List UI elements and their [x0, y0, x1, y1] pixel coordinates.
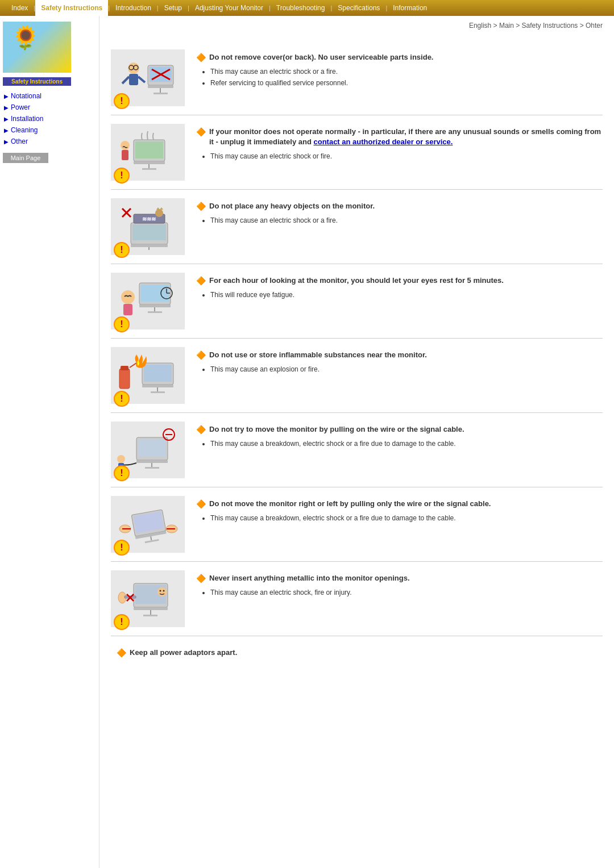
instruction-image-4: !: [111, 273, 185, 329]
instruction-bullets-6: This may cause a breakdown, electric sho…: [210, 439, 603, 449]
instruction-image-1: !: [111, 49, 185, 106]
sidebar-logo: 🌻: [3, 22, 71, 73]
svg-rect-16: [134, 161, 165, 164]
instruction-section-2: ! 🔶 If your monitor does not operate nor…: [111, 115, 603, 190]
nav-item-info[interactable]: Information: [387, 0, 433, 16]
svg-rect-47: [119, 369, 130, 389]
svg-rect-2: [148, 85, 173, 88]
sidebar-logo-label: Safety Instructions: [3, 77, 71, 86]
main-layout: 🌻 Safety Instructions ▶ Notational ▶ Pow…: [0, 16, 614, 868]
instruction-title-5: 🔶 Do not use or store inflammable substa…: [196, 350, 603, 360]
svg-line-49: [130, 363, 136, 368]
svg-point-78: [163, 590, 165, 591]
nav-item-safety[interactable]: Safety Instructions: [35, 0, 108, 16]
instruction-title-6: 🔶 Do not try to move the monitor by pull…: [196, 424, 603, 435]
nav-item-setup[interactable]: Setup: [159, 0, 188, 16]
instruction-image-5: !: [111, 347, 185, 404]
instruction-image-7: !: [111, 496, 185, 553]
sidebar-item-power[interactable]: ▶ Power: [3, 102, 96, 113]
svg-rect-18: [142, 168, 156, 170]
svg-rect-33: [141, 285, 169, 302]
svg-point-77: [160, 590, 161, 591]
nav-item-index[interactable]: Index: [6, 0, 34, 16]
nav-item-intro[interactable]: Introduction: [110, 0, 157, 16]
instruction-bullets-1: This may cause an electric shock or a fi…: [210, 67, 603, 88]
nav-item-adjusting[interactable]: Adjusting Your Monitor: [189, 0, 269, 16]
svg-rect-20: [122, 150, 128, 160]
dealer-link[interactable]: contact an authorized dealer or service.: [313, 137, 453, 146]
warning-badge-3: !: [114, 242, 130, 258]
svg-rect-4: [154, 93, 168, 94]
svg-rect-22: [132, 224, 166, 240]
instruction-heading-8: Never insert anything metallic into the …: [209, 573, 410, 583]
cd-icon-2: 🔶: [196, 127, 206, 136]
instruction-text-5: 🔶 Do not use or store inflammable substa…: [196, 347, 603, 376]
arrow-icon-other: ▶: [4, 139, 9, 145]
svg-rect-46: [151, 391, 165, 393]
sidebar-item-cleaning[interactable]: ▶ Cleaning: [3, 124, 96, 136]
instruction-text-2: 🔶 If your monitor does not operate norma…: [196, 124, 603, 163]
instruction-heading-9: Keep all power adaptors apart.: [130, 648, 237, 658]
instruction-title-1: 🔶 Do not remove cover(or back). No user …: [196, 52, 603, 62]
instruction-text-6: 🔶 Do not try to move the monitor by pull…: [196, 422, 603, 450]
instruction-text-9: 🔶 Keep all power adaptors apart.: [111, 645, 603, 662]
instruction-title-8: 🔶 Never insert anything metallic into th…: [196, 573, 603, 583]
instruction-heading-1: Do not remove cover(or back). No user se…: [209, 52, 433, 62]
instruction-section-5: ! 🔶 Do not use or store inflammable subs…: [111, 339, 603, 413]
main-page-button[interactable]: Main Page: [3, 153, 48, 163]
cd-icon-9: 🔶: [117, 648, 126, 657]
svg-rect-48: [121, 366, 128, 370]
svg-rect-38: [123, 304, 132, 315]
content-area: English > Main > Safety Instructions > O…: [99, 16, 614, 868]
instruction-title-4: 🔶 For each hour of looking at the monito…: [196, 276, 603, 286]
svg-line-63: [151, 536, 151, 540]
instruction-text-3: 🔶 Do not place any heavy objects on the …: [196, 198, 603, 227]
instruction-image-6: !: [111, 422, 185, 478]
warning-badge-1: !: [114, 93, 130, 109]
warning-badge-5: !: [114, 391, 130, 407]
svg-point-55: [117, 455, 125, 463]
instruction-heading-4: For each hour of looking at the monitor,…: [209, 276, 504, 286]
cd-icon-1: 🔶: [196, 53, 206, 62]
arrow-icon-power: ▶: [4, 105, 9, 111]
instruction-title-9: 🔶 Keep all power adaptors apart.: [117, 648, 603, 658]
nav-item-specs[interactable]: Specifications: [332, 0, 385, 16]
svg-marker-29: [160, 207, 163, 210]
instruction-bullets-4: This will reduce eye fatigue.: [210, 290, 603, 300]
instruction-text-7: 🔶 Do not move the monitor right or left …: [196, 496, 603, 525]
svg-point-19: [121, 141, 130, 150]
instruction-section-7: ! 🔶 Do not move the monitor right or lef…: [111, 487, 603, 562]
bullet-item: Refer servicing to qualified service per…: [210, 78, 603, 88]
instruction-heading-5: Do not use or store inflammable substanc…: [209, 350, 427, 360]
nav-item-troubleshoot[interactable]: Troubleshooting: [271, 0, 331, 16]
bullet-item: This will reduce eye fatigue.: [210, 290, 603, 300]
svg-rect-52: [136, 460, 168, 463]
instruction-section-9: 🔶 Keep all power adaptors apart.: [111, 636, 603, 671]
flower-icon: 🌻: [11, 24, 40, 51]
sidebar-item-installation[interactable]: ▶ Installation: [3, 113, 96, 124]
cd-icon-6: 🔶: [196, 425, 206, 434]
instruction-title-7: 🔶 Do not move the monitor right or left …: [196, 499, 603, 509]
instruction-bullets-3: This may cause an electric shock or a fi…: [210, 216, 603, 226]
svg-rect-44: [142, 385, 173, 387]
svg-line-8: [138, 77, 145, 82]
svg-marker-28: [156, 207, 160, 210]
svg-text:≋≋≋: ≋≋≋: [142, 216, 156, 222]
sidebar-item-other[interactable]: ▶ Other: [3, 136, 96, 147]
svg-point-37: [121, 290, 135, 304]
instruction-bullets-8: This may cause an electric shock, fire o…: [210, 588, 603, 598]
svg-line-57: [121, 464, 124, 465]
cd-icon-8: 🔶: [196, 574, 206, 583]
svg-rect-36: [148, 311, 162, 313]
warning-badge-4: !: [114, 316, 130, 332]
instruction-bullets-5: This may cause an explosion or fire.: [210, 365, 603, 374]
warning-badge-8: !: [114, 614, 130, 630]
nav-bar: Index | Safety Instructions | Introducti…: [0, 0, 614, 16]
svg-rect-51: [138, 439, 166, 456]
instruction-text-4: 🔶 For each hour of looking at the monito…: [196, 273, 603, 302]
warning-badge-7: !: [114, 540, 130, 556]
sidebar-item-notational[interactable]: ▶ Notational: [3, 90, 96, 102]
svg-rect-54: [145, 467, 159, 469]
arrow-icon-installation: ▶: [4, 116, 9, 122]
svg-rect-6: [129, 74, 138, 85]
